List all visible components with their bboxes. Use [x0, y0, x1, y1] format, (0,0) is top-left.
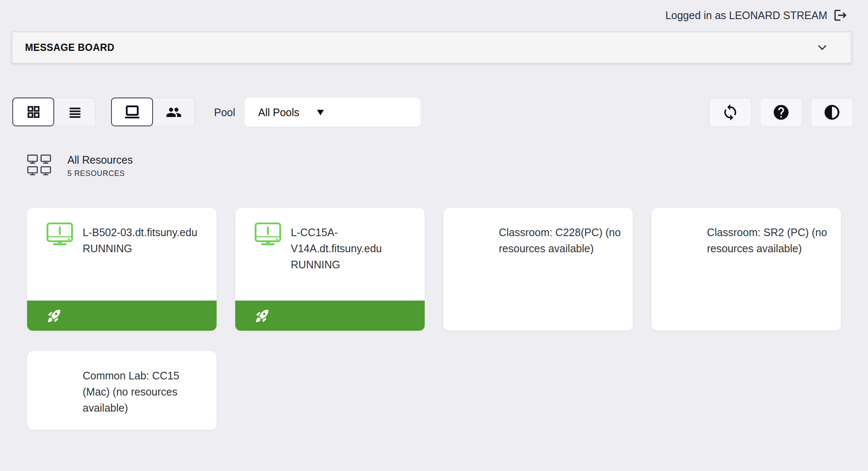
- resources-header: All Resources 5 RESOURCES: [27, 154, 868, 178]
- resource-name: Common Lab: CC15 (Mac) (no resources ava…: [83, 368, 205, 416]
- refresh-button[interactable]: [709, 98, 751, 127]
- list-view-button[interactable]: [54, 98, 96, 127]
- grid-view-icon: [26, 104, 41, 120]
- help-button[interactable]: [760, 98, 802, 127]
- resource-card[interactable]: L-CC15A-V14A.dt.fitsuny.edu RUNNING: [235, 207, 425, 331]
- desktops-view-button[interactable]: [111, 98, 153, 126]
- resource-name: Classroom: SR2 (PC) (no resources availa…: [707, 224, 829, 256]
- resources-grid: L-B502-03.dt.fitsuny.edu RUNNING L-CC15A…: [27, 207, 841, 430]
- dropdown-arrow-icon: [316, 108, 325, 117]
- people-icon: [166, 104, 182, 120]
- contrast-icon: [823, 103, 841, 121]
- message-board-title: MESSAGE BOARD: [25, 42, 114, 53]
- launch-bar[interactable]: [235, 301, 425, 331]
- logged-in-text: Logged in as LEONARD STREAM: [665, 9, 827, 22]
- empty-icon-slot: [462, 222, 490, 331]
- contrast-button[interactable]: [811, 98, 853, 127]
- resource-card[interactable]: Classroom: SR2 (PC) (no resources availa…: [651, 207, 841, 331]
- launch-bar[interactable]: [27, 301, 217, 331]
- message-board-expand-button[interactable]: [815, 41, 829, 54]
- empty-icon-slot: [46, 365, 73, 430]
- resource-status: RUNNING: [291, 256, 413, 273]
- resources-count: 5 RESOURCES: [67, 169, 133, 178]
- resource-card[interactable]: L-B502-03.dt.fitsuny.edu RUNNING: [27, 207, 217, 331]
- pool-select[interactable]: All Pools: [245, 98, 420, 127]
- toolbar: Pool All Pools: [13, 98, 853, 127]
- view-mode-toggle: [13, 98, 96, 127]
- resource-type-toggle: [111, 98, 195, 127]
- users-view-button[interactable]: [153, 98, 195, 127]
- resource-status: RUNNING: [83, 240, 198, 256]
- resource-name: Classroom: C228(PC) (no resources availa…: [499, 224, 621, 256]
- all-resources-icon: [27, 154, 52, 178]
- grid-view-button[interactable]: [12, 98, 54, 126]
- top-bar: Logged in as LEONARD STREAM: [0, 0, 868, 25]
- message-board-panel[interactable]: MESSAGE BOARD: [11, 31, 852, 64]
- help-icon: [772, 103, 790, 121]
- logout-button[interactable]: [833, 8, 848, 22]
- empty-icon-slot: [670, 222, 698, 331]
- pool-select-value: All Pools: [258, 106, 299, 119]
- pool-label: Pool: [214, 106, 235, 119]
- resource-name: L-CC15A-V14A.dt.fitsuny.edu: [291, 224, 413, 256]
- resource-card[interactable]: Classroom: C228(PC) (no resources availa…: [443, 207, 633, 331]
- chevron-down-icon: [815, 41, 829, 54]
- logout-icon: [833, 8, 848, 22]
- laptop-icon: [123, 103, 141, 121]
- resource-card[interactable]: Common Lab: CC15 (Mac) (no resources ava…: [27, 351, 217, 430]
- resources-title: All Resources: [67, 154, 133, 166]
- resource-name: L-B502-03.dt.fitsuny.edu: [83, 224, 198, 240]
- refresh-icon: [721, 103, 739, 121]
- rocket-icon: [47, 308, 62, 323]
- list-view-icon: [67, 105, 83, 120]
- rocket-icon: [255, 308, 270, 323]
